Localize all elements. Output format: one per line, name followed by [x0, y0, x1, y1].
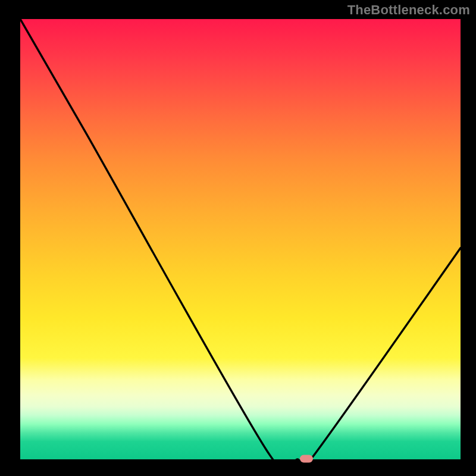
gradient-background: [20, 19, 461, 459]
chart-frame: TheBottleneck.com: [0, 0, 476, 476]
watermark-text: TheBottleneck.com: [347, 2, 470, 18]
bottleneck-plot: [20, 19, 461, 459]
